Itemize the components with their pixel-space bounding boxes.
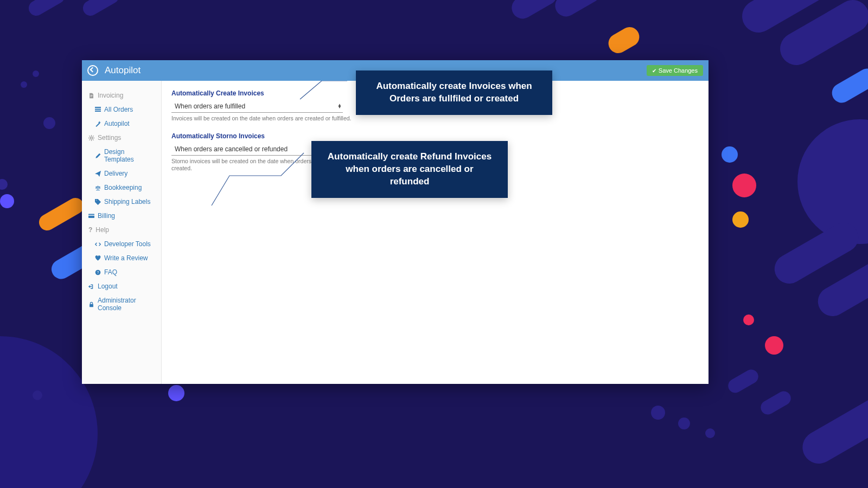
sidebar-item-autopilot[interactable]: Autopilot xyxy=(82,117,161,131)
check-icon: ✔ xyxy=(652,68,656,74)
gear-icon xyxy=(88,135,94,141)
decor-shape xyxy=(0,179,8,190)
decor-shape xyxy=(743,314,754,325)
svg-point-3 xyxy=(90,137,92,139)
sidebar-item-label: Administrator Console xyxy=(98,297,155,312)
svg-rect-8 xyxy=(90,304,93,307)
decor-shape xyxy=(758,389,794,418)
decor-shape xyxy=(508,0,561,23)
file-icon xyxy=(88,93,94,99)
decor-shape xyxy=(732,174,756,197)
svg-text:?: ? xyxy=(97,271,99,274)
sidebar-item-shipping-labels[interactable]: Shipping Labels xyxy=(82,195,161,209)
svg-rect-1 xyxy=(95,108,101,110)
sidebar-section-label: Help xyxy=(95,226,109,234)
decor-shape xyxy=(605,23,643,56)
sidebar-item-admin-console[interactable]: Administrator Console xyxy=(82,293,161,315)
decor-shape xyxy=(26,0,67,18)
sidebar-item-label: Design Templates xyxy=(104,148,155,163)
decor-shape xyxy=(168,385,184,401)
sidebar-item-label: Billing xyxy=(98,212,115,220)
save-button-label: Save Changes xyxy=(659,67,698,74)
sidebar: Invoicing All Orders Autopilot Settings … xyxy=(82,81,162,384)
lock-icon xyxy=(88,301,94,307)
sidebar-item-label: Bookkeeping xyxy=(104,184,142,191)
decor-shape xyxy=(722,146,738,163)
decor-shape xyxy=(828,65,868,106)
sidebar-item-delivery[interactable]: Delivery xyxy=(82,166,161,181)
callout-text: Automatically create Invoices when Order… xyxy=(376,81,532,104)
sidebar-item-faq[interactable]: ? FAQ xyxy=(82,265,161,279)
save-button[interactable]: ✔ Save Changes xyxy=(647,65,703,76)
sidebar-item-label: Shipping Labels xyxy=(104,198,150,206)
paper-plane-icon xyxy=(95,171,101,177)
page-title: Autopilot xyxy=(105,65,141,76)
svg-rect-0 xyxy=(95,107,101,108)
callout-refunds: Automatically create Refund Invoices whe… xyxy=(311,141,508,198)
page-background: Autopilot ✔ Save Changes Invoicing All O… xyxy=(0,0,868,488)
sidebar-item-label: Developer Tools xyxy=(104,240,151,248)
tag-icon xyxy=(95,199,101,205)
heart-icon xyxy=(95,255,101,261)
magic-icon xyxy=(95,121,101,127)
decor-shape xyxy=(33,70,39,77)
decor-shape xyxy=(0,194,14,208)
sidebar-item-label: All Orders xyxy=(104,106,133,113)
decor-shape xyxy=(705,428,715,438)
sidebar-section-help: ? Help xyxy=(82,223,161,237)
back-icon[interactable] xyxy=(87,65,98,76)
sidebar-item-label: Write a Review xyxy=(104,254,148,262)
pencil-icon xyxy=(95,153,101,159)
decor-shape xyxy=(80,0,122,18)
svg-rect-2 xyxy=(95,110,101,111)
callout-text: Automatically create Refund Invoices whe… xyxy=(328,151,492,187)
sidebar-item-label: Autopilot xyxy=(104,120,130,127)
decor-shape xyxy=(43,117,55,129)
sidebar-item-billing[interactable]: Billing xyxy=(82,209,161,223)
decor-shape xyxy=(551,0,604,21)
sidebar-item-all-orders[interactable]: All Orders xyxy=(82,102,161,117)
sidebar-item-design-templates[interactable]: Design Templates xyxy=(82,145,161,166)
question-circle-icon: ? xyxy=(95,269,101,275)
sidebar-item-bookkeeping[interactable]: Bookkeeping xyxy=(82,181,161,195)
sidebar-item-logout[interactable]: Logout xyxy=(82,279,161,293)
sidebar-section-label: Invoicing xyxy=(98,92,123,99)
callout-invoices: Automatically create Invoices when Order… xyxy=(356,70,552,115)
list-icon xyxy=(95,107,101,113)
code-icon xyxy=(95,241,101,247)
sidebar-item-label: FAQ xyxy=(104,268,117,276)
sidebar-section-label: Settings xyxy=(98,134,121,142)
decor-shape xyxy=(797,119,868,244)
svg-rect-5 xyxy=(88,215,94,215)
decor-shape xyxy=(33,390,42,400)
app-body: Invoicing All Orders Autopilot Settings … xyxy=(82,81,709,384)
decor-shape xyxy=(726,367,761,396)
decor-shape xyxy=(21,81,27,88)
sidebar-item-label: Logout xyxy=(98,282,118,290)
decor-shape xyxy=(678,418,690,429)
signout-icon xyxy=(88,284,94,290)
question-icon: ? xyxy=(88,226,92,234)
scale-icon xyxy=(95,185,101,191)
svg-rect-4 xyxy=(88,214,94,218)
sidebar-section-settings: Settings xyxy=(82,131,161,145)
decor-shape xyxy=(796,387,868,470)
sidebar-item-write-review[interactable]: Write a Review xyxy=(82,251,161,265)
main-content: Automatically Create Invoices When order… xyxy=(162,81,709,384)
decor-shape xyxy=(732,211,749,228)
credit-card-icon xyxy=(88,213,94,219)
sidebar-item-label: Delivery xyxy=(104,170,127,177)
decor-shape xyxy=(36,195,87,234)
sidebar-item-developer-tools[interactable]: Developer Tools xyxy=(82,237,161,251)
sidebar-section-invoicing: Invoicing xyxy=(82,88,161,102)
topbar-left: Autopilot xyxy=(87,65,141,76)
decor-shape xyxy=(651,406,665,420)
decor-shape xyxy=(765,336,783,355)
